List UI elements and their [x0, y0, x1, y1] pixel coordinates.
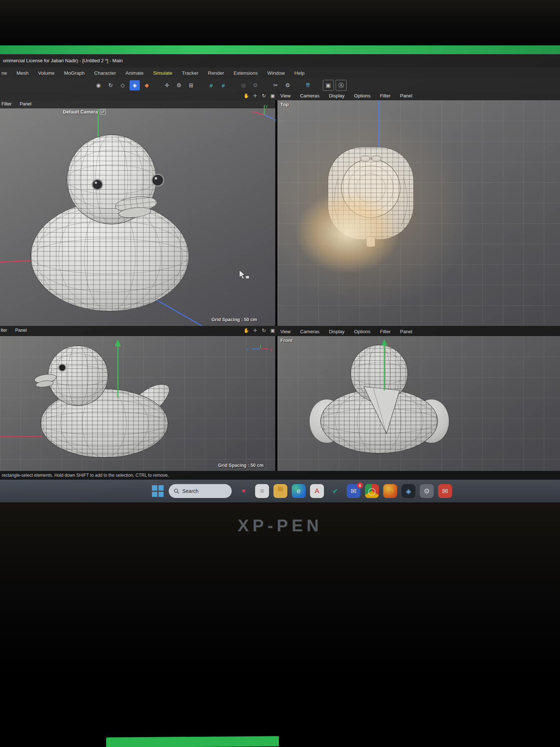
pan-hand-icon[interactable]: ✋	[243, 92, 250, 99]
app-icon: ◯	[368, 487, 376, 495]
photos-icon[interactable]: ◈	[402, 484, 415, 498]
camera-menu[interactable]: Default Camera ⇄	[63, 109, 106, 115]
duck-beak	[361, 156, 370, 161]
duck-eye-left	[92, 179, 102, 190]
chrome-browser-icon[interactable]: ◯	[365, 484, 379, 498]
viewport-menu-item[interactable]: lter	[1, 328, 7, 333]
app-icon: ✉	[351, 487, 356, 495]
app-icon: ≡	[260, 487, 264, 495]
tool-gear-icon[interactable]: ⚙	[283, 80, 293, 90]
viewport-perspective[interactable]: Default Camera ⇄	[0, 108, 275, 326]
mail-app-icon[interactable]: ✉ 6	[347, 484, 361, 498]
annotation-icon[interactable]: Ⓐ	[336, 80, 347, 91]
viewport-side[interactable]: Grid Spacing : 50 cm	[0, 336, 275, 471]
workplane-icon[interactable]: ◆	[142, 80, 152, 90]
side-viewport-controls: ✋✛↻▣	[243, 327, 276, 334]
menu-item[interactable]: Volume	[38, 70, 55, 76]
menu-item[interactable]: Render	[208, 70, 224, 76]
front-viewport-menu: ViewCamerasDisplayOptionsFilterPanel	[280, 329, 412, 334]
app-icon: e	[297, 487, 301, 495]
viewport-top[interactable]: Top	[277, 100, 560, 326]
top-viewport-menu: ViewCamerasDisplayOptionsFilterPanel	[280, 93, 412, 99]
document-a-icon[interactable]: A	[310, 484, 324, 498]
app-icon: ◠	[387, 487, 393, 495]
menu-item[interactable]: MoGraph	[64, 70, 85, 76]
viewport-header-strip	[0, 92, 560, 100]
settings-gear-icon[interactable]: ⚙	[174, 80, 184, 90]
rotate-icon[interactable]: ↻	[261, 327, 267, 334]
menu-item[interactable]: Simulate	[153, 70, 172, 76]
disabled-circle-icon[interactable]: ◎	[238, 80, 249, 90]
windows-start-button[interactable]	[152, 485, 164, 497]
windows-logo-icon	[152, 485, 157, 491]
orbit-icon[interactable]: ↻	[105, 80, 116, 90]
app-icon: A	[315, 487, 320, 495]
file-explorer-icon[interactable]: ▀	[273, 484, 287, 498]
axis-gizmo-side: z x	[246, 343, 275, 354]
snap-icon[interactable]: #	[206, 80, 216, 90]
menu-item[interactable]: Mesh	[16, 70, 29, 76]
search-label: Search	[182, 488, 198, 494]
quantize-icon[interactable]: #	[218, 80, 228, 90]
duck-eye-right	[152, 174, 164, 186]
disabled-gear-icon[interactable]: ⚙	[250, 80, 261, 90]
viewport-menu-item[interactable]: Filter	[1, 101, 12, 107]
menu-item[interactable]: ne	[1, 70, 7, 76]
app-icon: ♥	[242, 487, 246, 495]
viewport-label: Top	[280, 102, 289, 107]
viewport-menu-item[interactable]: View	[280, 329, 291, 334]
settings-gear-icon[interactable]: ⚙	[420, 484, 434, 498]
up-arrows-icon[interactable]: ⇈	[303, 80, 313, 90]
left-viewport-subheader	[0, 100, 275, 108]
viewport-menu-item[interactable]: Filter	[380, 93, 391, 99]
maximize-icon[interactable]: ▣	[269, 327, 276, 334]
cut-tool-icon[interactable]: ✂	[270, 80, 281, 90]
viewport-menu-item[interactable]: Panel	[400, 93, 412, 99]
menu-item[interactable]: Character	[94, 70, 116, 76]
z-axis-label: z	[274, 118, 276, 122]
viewport-menu-item[interactable]: Cameras	[300, 329, 320, 334]
viewport-menu-item[interactable]: Display	[329, 93, 345, 99]
menu-item[interactable]: Animate	[126, 70, 144, 76]
render-region-icon[interactable]: ▣	[323, 80, 334, 91]
viewport-menu-item[interactable]: Options	[354, 93, 370, 99]
menu-item[interactable]: Window	[267, 70, 285, 76]
z-axis-label: z	[247, 347, 249, 352]
menu-item[interactable]: Tracker	[182, 70, 198, 76]
edge-browser-icon[interactable]: e	[292, 484, 306, 498]
x-axis-label: x	[270, 347, 272, 352]
pan-hand-icon[interactable]: ✋	[243, 327, 250, 334]
y-axis-label: y	[266, 104, 268, 108]
taskbar-search[interactable]: Search	[169, 484, 232, 498]
rotate-icon[interactable]: ↻	[261, 92, 267, 99]
monitor-brand-logo: XP-PEN	[0, 516, 560, 535]
move-icon[interactable]: ✛	[252, 327, 258, 334]
menu-item[interactable]: Extensions	[234, 70, 258, 76]
viewport-menu-item[interactable]: Filter	[380, 329, 391, 334]
widgets-heart-icon[interactable]: ♥	[237, 484, 251, 498]
camera-nav-icon[interactable]: ◉	[93, 80, 104, 90]
viewport-menu-item[interactable]: Panel	[20, 101, 31, 107]
grid-array-icon[interactable]: ⊞	[186, 80, 196, 90]
status-bar: rectangle-select elements. Hold down SHI…	[0, 471, 560, 480]
viewport-menu-item[interactable]: Options	[354, 329, 370, 334]
viewport-menu-item[interactable]: Panel	[15, 328, 27, 333]
viewport-menu-item[interactable]: Panel	[400, 329, 412, 334]
viewport-menu-item[interactable]: Display	[329, 329, 345, 334]
scale-tool-icon[interactable]: ◇	[117, 80, 128, 90]
x-axis-label: x	[252, 110, 254, 114]
notepad-icon[interactable]: ≡	[255, 484, 269, 498]
menu-item[interactable]: Help	[294, 70, 305, 76]
gmail-icon[interactable]: ✉	[438, 484, 452, 498]
viewport-menu-item[interactable]: View	[280, 93, 291, 99]
move-tool-icon[interactable]: ✛	[162, 80, 172, 90]
viewport-front[interactable]: Front	[277, 336, 560, 471]
firefox-browser-icon[interactable]: ◠	[383, 484, 397, 498]
move-icon[interactable]: ✛	[252, 92, 258, 99]
model-tool-icon[interactable]: ◈	[130, 80, 140, 90]
maximize-icon[interactable]: ▣	[269, 92, 276, 99]
viewport-menu-item[interactable]: Cameras	[300, 93, 320, 99]
todo-check-icon[interactable]: ✔	[328, 484, 342, 498]
taskbar-app-icons: ♥ ≡ ▀ e A ✔ ✉ 6 ◯	[237, 484, 452, 498]
app-icon: ⚙	[423, 487, 430, 495]
